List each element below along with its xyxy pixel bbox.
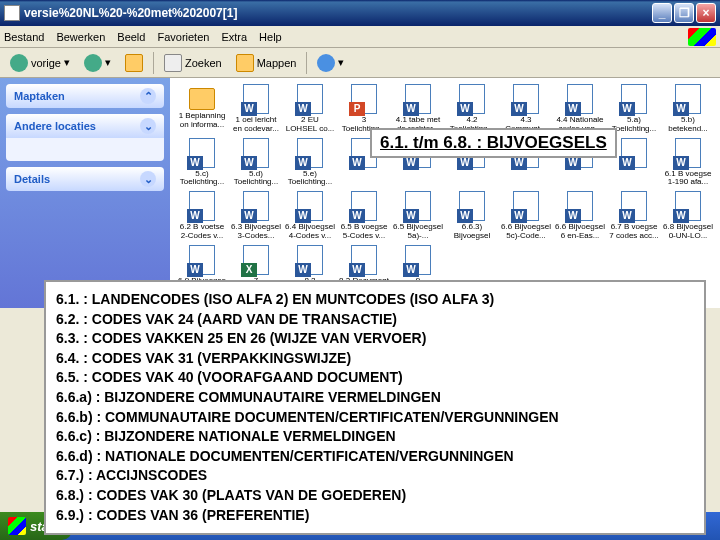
file-item[interactable]: 5.d) Toelichting... xyxy=(230,138,282,188)
up-button[interactable] xyxy=(121,52,147,74)
word-file-icon xyxy=(243,84,269,114)
titlebar: versie%20NL%20-%20met%202007[1] _ ❐ × xyxy=(0,0,720,26)
file-item[interactable]: 6.7 B voegse 7 codes acc... xyxy=(608,191,660,241)
file-label: 6.5 Bijvoegsel 5a)-... xyxy=(393,223,443,241)
file-label: 5.c) Toelichting... xyxy=(177,170,227,188)
panel-title: Andere locaties xyxy=(14,120,96,132)
file-label: 6.6 Bijvoegsel 6 en-Eas... xyxy=(555,223,605,241)
file-item[interactable]: 1 Beplanning on informa... xyxy=(176,84,228,134)
word-file-icon xyxy=(243,138,269,168)
file-item[interactable]: 5.e) Toelichting... xyxy=(284,138,336,188)
overlay-title: 6.1. t/m 6.8. : BIJVOEGSELS xyxy=(370,128,617,158)
back-button[interactable]: vorige ▾ xyxy=(6,52,74,74)
word-file-icon xyxy=(189,191,215,221)
word-file-icon xyxy=(459,84,485,114)
excel-file-icon xyxy=(243,245,269,275)
file-item[interactable]: 5.c) Toelichting... xyxy=(176,138,228,188)
file-label: 5.b) betekend... xyxy=(663,116,713,134)
menu-help[interactable]: Help xyxy=(259,31,282,43)
window-icon xyxy=(4,5,20,21)
word-file-icon xyxy=(621,138,647,168)
panel-header[interactable]: Details ⌄ xyxy=(6,167,164,191)
views-button[interactable]: ▾ xyxy=(313,52,348,74)
file-item[interactable]: 1 oei lericht en codevar... xyxy=(230,84,282,134)
menu-file[interactable]: Bestand xyxy=(4,31,44,43)
sidebar: Maptaken ⌃ Andere locaties ⌄ Details ⌄ xyxy=(0,78,170,308)
file-item[interactable]: 6.5 Bijvoegsel 5a)-... xyxy=(392,191,444,241)
file-item[interactable]: 4.4 Nationale codes van... xyxy=(554,84,606,134)
menu-extra[interactable]: Extra xyxy=(221,31,247,43)
toolbar: vorige ▾ ▾ Zoeken Mappen ▾ xyxy=(0,48,720,78)
file-label: 5.d) Toelichting... xyxy=(231,170,281,188)
file-item[interactable]: 2 EU LOHSEL co... xyxy=(284,84,336,134)
word-file-icon xyxy=(567,84,593,114)
file-label: 5.e) Toelichting... xyxy=(285,170,335,188)
views-icon xyxy=(317,54,335,72)
list-item: 6.5. : CODES VAK 40 (VOORAFGAAND DOCUMEN… xyxy=(56,368,694,388)
word-file-icon xyxy=(297,245,323,275)
folder-icon xyxy=(236,54,254,72)
windows-logo-icon xyxy=(8,517,26,535)
menu-favorites[interactable]: Favorieten xyxy=(157,31,209,43)
file-item[interactable]: 6.1 B voegse 1-190 afa... xyxy=(662,138,714,188)
folders-button[interactable]: Mappen xyxy=(232,52,301,74)
list-item: 6.7.) : ACCIJNSCODES xyxy=(56,466,694,486)
file-item[interactable]: 3 Toelichting... xyxy=(338,84,390,134)
file-label: 6.3 Bijvoegsel 3-Codes... xyxy=(231,223,281,241)
file-item[interactable]: 5.a) Toelichting... xyxy=(608,84,660,134)
search-button[interactable]: Zoeken xyxy=(160,52,226,74)
file-item[interactable]: 4.2 Toelichting... xyxy=(446,84,498,134)
folders-label: Mappen xyxy=(257,57,297,69)
file-list-area: 1 Beplanning on informa...1 oei lericht … xyxy=(170,78,720,308)
file-item[interactable]: 6.4 Bijvoegsel 4-Codes v... xyxy=(284,191,336,241)
word-file-icon xyxy=(513,84,539,114)
file-item[interactable]: 6.3 Bijvoegsel 3-Codes... xyxy=(230,191,282,241)
back-label: vorige xyxy=(31,57,61,69)
close-button[interactable]: × xyxy=(696,3,716,23)
forward-button[interactable]: ▾ xyxy=(80,52,115,74)
word-file-icon xyxy=(297,138,323,168)
file-item[interactable]: 6.2 B voetse 2-Codes v... xyxy=(176,191,228,241)
file-label: 6.6.3) Bijvoegsel 5b)-Code... xyxy=(447,223,497,241)
file-label: 1 Beplanning on informa... xyxy=(177,112,227,130)
separator xyxy=(153,52,154,74)
file-item[interactable]: 6.5 B voegse 5-Codes v... xyxy=(338,191,390,241)
list-item: 6.6.b) : COMMUNAUTAIRE DOCUMENTEN/CERTIF… xyxy=(56,408,694,428)
list-item: 6.6.c) : BIJZONDERE NATIONALE VERMELDING… xyxy=(56,427,694,447)
list-item: 6.2. : CODES VAK 24 (AARD VAN DE TRANSAC… xyxy=(56,310,694,330)
file-item[interactable]: 4.3 Communt... xyxy=(500,84,552,134)
word-file-icon xyxy=(405,84,431,114)
word-file-icon xyxy=(405,245,431,275)
chevron-icon: ⌃ xyxy=(140,88,156,104)
menu-view[interactable]: Beeld xyxy=(117,31,145,43)
file-label: 2 EU LOHSEL co... xyxy=(285,116,335,134)
panel-header[interactable]: Maptaken ⌃ xyxy=(6,84,164,108)
menu-edit[interactable]: Bewerken xyxy=(56,31,105,43)
file-label: 6.4 Bijvoegsel 4-Codes v... xyxy=(285,223,335,241)
overlay-list: 6.1. : LANDENCODES (ISO ALFA 2) EN MUNTC… xyxy=(44,280,706,535)
back-icon xyxy=(10,54,28,72)
list-item: 6.6.d) : NATIONALE DOCUMENTEN/CERTIFICAT… xyxy=(56,447,694,467)
file-item[interactable]: 5.b) betekend... xyxy=(662,84,714,134)
file-item[interactable]: 4.1 tabe met de rechter... xyxy=(392,84,444,134)
panel-header[interactable]: Andere locaties ⌄ xyxy=(6,114,164,138)
list-item: 6.1. : LANDENCODES (ISO ALFA 2) EN MUNTC… xyxy=(56,290,694,310)
minimize-button[interactable]: _ xyxy=(652,3,672,23)
list-item: 6.8.) : CODES VAK 30 (PLAATS VAN DE GOED… xyxy=(56,486,694,506)
panel-title: Details xyxy=(14,173,50,185)
file-item[interactable]: 6.6 Bijvoegsel 5c)-Code... xyxy=(500,191,552,241)
word-file-icon xyxy=(513,191,539,221)
search-label: Zoeken xyxy=(185,57,222,69)
panel-title: Maptaken xyxy=(14,90,65,102)
file-item[interactable]: 6.6.3) Bijvoegsel 5b)-Code... xyxy=(446,191,498,241)
maximize-button[interactable]: ❐ xyxy=(674,3,694,23)
folder-file-icon xyxy=(189,88,215,110)
file-label: 6.1 B voegse 1-190 afa... xyxy=(663,170,713,188)
word-file-icon xyxy=(351,191,377,221)
file-label: 6.8 Bijvoegsel 0-UN-LO... xyxy=(663,223,713,241)
sidebar-panel-maptaken: Maptaken ⌃ xyxy=(6,84,164,108)
file-item[interactable]: 6.8 Bijvoegsel 0-UN-LO... xyxy=(662,191,714,241)
file-item[interactable]: 6.6 Bijvoegsel 6 en-Eas... xyxy=(554,191,606,241)
word-file-icon xyxy=(297,191,323,221)
file-grid: 1 Beplanning on informa...1 oei lericht … xyxy=(176,84,714,295)
